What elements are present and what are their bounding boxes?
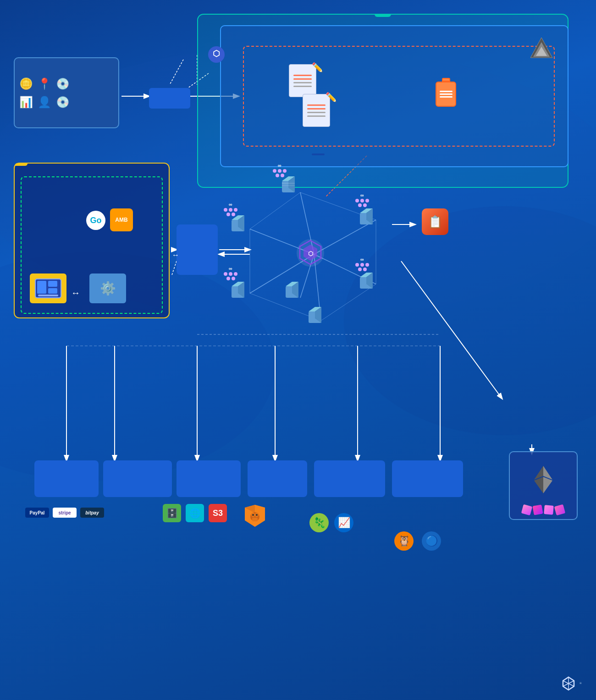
svg-marker-76 bbox=[543, 477, 552, 493]
sciencesoft-icon bbox=[561, 676, 576, 691]
svg-rect-43 bbox=[37, 281, 46, 294]
network-layer-title bbox=[375, 14, 391, 17]
crypto-price-icons: 🦎 📈 bbox=[309, 513, 353, 534]
connector-box bbox=[177, 224, 218, 275]
eth-network-box bbox=[509, 451, 578, 520]
svg-marker-77 bbox=[534, 477, 543, 493]
customer-container: ∞ bbox=[355, 257, 369, 271]
tx-cost-box bbox=[392, 460, 463, 497]
data-sources-box: 🪙 📍 💿 📊 👤 💿 bbox=[14, 57, 119, 128]
data-source-icons-2: 📊 👤 💿 bbox=[19, 96, 70, 109]
svg-text:⬡: ⬡ bbox=[308, 250, 313, 257]
svg-rect-46 bbox=[38, 295, 58, 296]
svg-point-2 bbox=[344, 206, 596, 435]
chainlink-icon: ⬡ bbox=[208, 46, 225, 65]
backend-icon: ⚙️ bbox=[89, 273, 126, 303]
svg-line-5 bbox=[170, 60, 183, 85]
payment-gateways-box bbox=[34, 460, 99, 497]
payment-gateways-details: PayPal stripe bitpay bbox=[25, 504, 104, 521]
double-arrow: ↔ bbox=[71, 288, 80, 298]
node-insurer bbox=[283, 279, 304, 302]
sciencesoft-text: ≡ bbox=[579, 681, 582, 686]
node-user-n bbox=[229, 279, 250, 302]
svg-text:⬡: ⬡ bbox=[213, 49, 220, 58]
node-user-y bbox=[280, 174, 300, 197]
node-user-x bbox=[229, 213, 250, 235]
svg-line-9 bbox=[172, 261, 177, 275]
frontend-icon bbox=[30, 273, 66, 303]
svg-point-85 bbox=[252, 514, 254, 516]
storage-icons: 🗄️ 🌐 S3 bbox=[163, 504, 227, 524]
metamask-container bbox=[243, 504, 267, 529]
tx-cost-icons: 🦉 🔵 bbox=[394, 531, 441, 552]
golang-icon: Go bbox=[86, 211, 105, 230]
smart-contract-v1-doc: ✏️ bbox=[289, 64, 316, 97]
application-layer-title bbox=[15, 163, 28, 166]
regulator-container: ∞ bbox=[355, 192, 369, 207]
svg-rect-84 bbox=[252, 518, 258, 521]
user-y-container: ∞ bbox=[273, 163, 287, 177]
connector-label bbox=[195, 248, 199, 252]
smart-contracts-label bbox=[312, 153, 325, 155]
user-x-container: ∞ bbox=[224, 202, 237, 216]
solidity-container bbox=[530, 37, 553, 62]
regulator-doc-icon bbox=[436, 82, 456, 107]
oracles-box bbox=[149, 88, 190, 109]
user-n-container: ∞ bbox=[224, 266, 237, 280]
data-source-icons: 🪙 📍 💿 bbox=[19, 77, 70, 90]
solidity-icon bbox=[530, 37, 553, 60]
svg-rect-44 bbox=[48, 281, 57, 287]
crypto-wallet-box bbox=[248, 460, 307, 497]
insurer-systems-box bbox=[103, 460, 172, 497]
svg-line-33 bbox=[401, 261, 502, 399]
amazon-icon: AMB bbox=[110, 208, 133, 231]
svg-point-86 bbox=[256, 514, 258, 516]
crypto-price-box bbox=[314, 460, 385, 497]
node-extra bbox=[306, 305, 327, 327]
smart-contract-v2-doc: ✏️ bbox=[303, 94, 330, 127]
regulator-icon: 📋 bbox=[422, 208, 448, 235]
node-customer bbox=[358, 270, 378, 293]
sciencesoft-logo: ≡ bbox=[561, 676, 582, 691]
polygon-logo: ⬡ bbox=[296, 238, 326, 270]
node-regulator bbox=[358, 206, 378, 229]
eth-logo bbox=[534, 466, 552, 495]
bidir-arrow: ↔ bbox=[172, 251, 179, 259]
eth-blockchain-visual bbox=[514, 505, 572, 514]
svg-line-19 bbox=[250, 192, 300, 229]
offchain-storage-box bbox=[177, 460, 241, 497]
svg-rect-45 bbox=[48, 288, 57, 294]
